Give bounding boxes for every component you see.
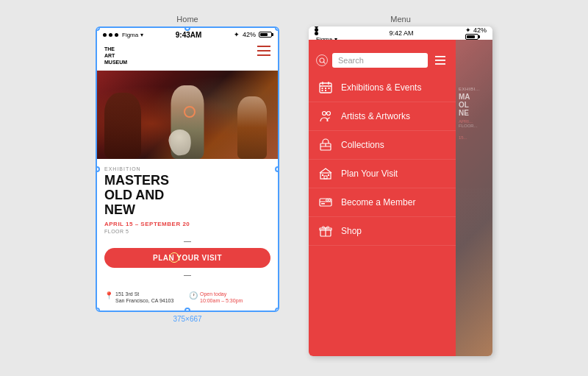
- footer-info: 📍 151 3rd StSan Francisco, CA 94103 🕐 Op…: [97, 286, 278, 311]
- home-frame-label: Home: [176, 15, 198, 24]
- svg-point-30: [326, 199, 329, 202]
- svg-rect-6: [435, 60, 445, 61]
- status-time: 9:43AM: [176, 31, 202, 39]
- svg-rect-23: [324, 176, 327, 179]
- menu-item-exhibitions[interactable]: Exhibitions & Events: [309, 74, 456, 102]
- building-icon: [318, 167, 334, 180]
- gift-icon: [318, 224, 334, 238]
- svg-rect-1: [257, 50, 270, 52]
- search-icon: [316, 54, 328, 66]
- top-nav: THE ART MUSEUM: [97, 41, 278, 71]
- menu-overlay: Search: [309, 40, 492, 356]
- svg-rect-16: [325, 90, 326, 91]
- calendar-icon: [318, 81, 334, 94]
- collections-label: Collections: [341, 140, 384, 150]
- home-frame-wrapper: Home Figma ▾ 9:43AM ✦ 42%: [96, 15, 279, 323]
- person-icon: [318, 110, 334, 123]
- menu-battery-pct: 42%: [473, 26, 487, 34]
- handle-tr: [275, 26, 279, 31]
- svg-rect-26: [320, 199, 331, 206]
- handle-mr: [275, 166, 279, 172]
- exhibition-floor: FLOOR 5: [104, 229, 270, 234]
- menu-frame-wrapper: Menu Figma ▾ 9:42 AM ✦ 42%: [309, 15, 492, 356]
- footer-address: 151 3rd StSan Francisco, CA 94103: [115, 291, 173, 305]
- divider-dash-2: —: [104, 271, 270, 279]
- figure-left: [104, 93, 141, 159]
- battery-tip: [272, 33, 273, 36]
- hamburger-button[interactable]: [257, 46, 270, 56]
- battery-fill: [260, 33, 268, 36]
- svg-rect-13: [325, 88, 326, 89]
- svg-point-18: [327, 112, 331, 116]
- battery-bar: [259, 32, 272, 38]
- clock-icon: 🕐: [189, 291, 198, 299]
- handle-br: [275, 308, 279, 312]
- visit-label: Plan Your Visit: [341, 169, 398, 179]
- svg-rect-14: [329, 88, 330, 89]
- home-phone-frame: Figma ▾ 9:43AM ✦ 42% THE ART MUSEUM: [96, 26, 279, 312]
- size-label: 375×667: [173, 315, 201, 323]
- menu-item-shop[interactable]: Shop: [309, 217, 456, 246]
- battery-pct: 42%: [243, 31, 256, 38]
- svg-rect-7: [435, 63, 445, 65]
- bluetooth-icon: ✦: [234, 31, 240, 38]
- dot1: [103, 33, 107, 37]
- menu-bluetooth-icon: ✦: [465, 26, 471, 34]
- svg-rect-0: [257, 46, 270, 47]
- peek-floor: FLOOR...: [459, 124, 490, 128]
- location-icon: 📍: [104, 291, 113, 299]
- hero-image: [97, 71, 278, 159]
- museum-logo: THE ART MUSEUM: [104, 46, 127, 65]
- divider-dash: —: [104, 237, 270, 245]
- exhibition-title: MASTERS OLD AND NEW: [104, 174, 270, 217]
- svg-point-17: [323, 112, 326, 116]
- menu-item-artists[interactable]: Artists & Artworks: [309, 102, 456, 131]
- menu-item-collections[interactable]: Collections: [309, 131, 456, 160]
- close-menu-icon[interactable]: [432, 56, 448, 65]
- box-icon: [318, 138, 334, 152]
- status-right: ✦ 42%: [234, 31, 272, 38]
- card-icon: [318, 196, 334, 209]
- menu-frame-label: Menu: [390, 15, 411, 24]
- svg-rect-2: [257, 54, 270, 56]
- search-placeholder: Search: [338, 56, 364, 65]
- menu-battery-bar: [465, 34, 478, 40]
- peek-title: MAOLNE: [459, 93, 490, 117]
- peek-address: 15...: [459, 135, 490, 140]
- svg-rect-25: [328, 174, 329, 176]
- svg-rect-28: [321, 203, 325, 205]
- svg-rect-24: [322, 174, 323, 176]
- search-input[interactable]: Search: [332, 53, 428, 68]
- menu-battery-fill: [467, 35, 475, 38]
- menu-status-bar: Figma ▾ 9:42 AM ✦ 42%: [309, 26, 492, 40]
- menu-item-visit[interactable]: Plan Your Visit: [309, 160, 456, 188]
- exhibition-label: EXHIBITION: [104, 166, 270, 171]
- handle-bm: [184, 308, 190, 312]
- dot2: [109, 33, 112, 37]
- shop-label: Shop: [341, 226, 362, 236]
- dot3: [115, 33, 118, 37]
- footer-hours-block: 🕐 Open today 10:00am – 5:30pm: [189, 291, 270, 305]
- carrier-name: Figma: [122, 32, 138, 38]
- svg-rect-12: [322, 88, 323, 89]
- svg-point-3: [320, 58, 324, 63]
- menu-status-right: ✦ 42%: [465, 26, 487, 40]
- member-label: Become a Member: [341, 197, 415, 207]
- handle-bl: [96, 308, 100, 312]
- menu-sidebar: Search: [309, 40, 456, 356]
- signal-icon: ▾: [140, 32, 143, 38]
- footer-address-block: 📍 151 3rd StSan Francisco, CA 94103: [104, 291, 186, 305]
- artists-label: Artists & Artworks: [341, 111, 410, 121]
- menu-status-time: 9:42 AM: [390, 29, 414, 37]
- carrier-dots: Figma ▾: [103, 32, 143, 38]
- footer-hours: Open today 10:00am – 5:30pm: [200, 291, 243, 305]
- peek-content: EXHIBI... MAOLNE APRI... FLOOR... 15...: [456, 40, 492, 143]
- menu-battery-tip: [478, 35, 480, 38]
- plan-visit-button[interactable]: Plan Your Visit: [104, 248, 270, 268]
- menu-search-row: Search: [309, 47, 456, 74]
- home-peek: EXHIBI... MAOLNE APRI... FLOOR... 15...: [456, 40, 492, 356]
- svg-rect-5: [435, 56, 445, 57]
- menu-item-member[interactable]: Become a Member: [309, 188, 456, 217]
- button-circle-ornament: [169, 252, 179, 263]
- svg-rect-15: [322, 90, 323, 91]
